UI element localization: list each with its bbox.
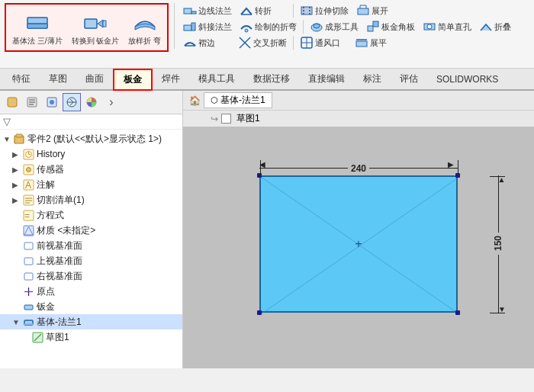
tree-sketch1-icon	[31, 330, 44, 344]
tree-right-plane[interactable]: ▶ 右视基准面	[0, 268, 182, 284]
tree-base-flange1[interactable]: ▼ 基体-法兰1	[0, 314, 182, 329]
convert-sheetmetal-icon	[82, 9, 109, 37]
toolbar-row-1: 边线法兰 转折 拉伸切除 展开	[180, 3, 529, 18]
simple-hole-label: 简单直孔	[438, 21, 471, 33]
tree-equations[interactable]: ▶ = 方程式	[0, 207, 182, 223]
simple-hole-button[interactable]: 简单直孔	[420, 19, 474, 34]
left-toolbar: ›	[0, 91, 182, 114]
tree-equations-label: 方程式	[37, 209, 64, 222]
tree-cut-list[interactable]: ▶ 切割清单(1)	[0, 192, 182, 207]
config-manager-btn[interactable]	[43, 93, 61, 111]
tree-front-plane-label: 前视基准面	[37, 239, 82, 252]
sketch-bend-label: 绘制的折弯	[255, 21, 297, 33]
dimension-manager-btn[interactable]	[63, 93, 81, 111]
tree-sensors-label: 传感器	[37, 163, 64, 176]
breadcrumb-base-flange-btn[interactable]: ⬡ 基体-法兰1	[204, 92, 272, 108]
feature-tree: ▼ 零件2 (默认<<默认>显示状态 1>) ▶ History ▶	[0, 130, 182, 368]
svg-rect-59	[24, 273, 33, 280]
tree-history-label: History	[37, 149, 65, 159]
hem-button[interactable]: 褶边	[180, 35, 233, 50]
corner-br	[455, 310, 460, 315]
width-dim-label: 240	[348, 163, 369, 174]
tick-right-top	[458, 160, 458, 175]
tree-sensors[interactable]: ▶ 传感器	[0, 162, 182, 177]
tree-sensors-icon	[21, 162, 35, 176]
tree-top-plane[interactable]: ▶ 上视基准面	[0, 253, 182, 268]
width-dim: 240	[259, 163, 458, 174]
sketch-bend-button[interactable]: 绘制的折弯	[236, 19, 300, 34]
tab-mold[interactable]: 模具工具	[189, 69, 244, 90]
tree-cut-list-label: 切割清单(1)	[37, 194, 85, 207]
main-content: › ▽ ▼ 零件2 (默认<<默认>显示状态 1>) ▶ History	[0, 91, 534, 368]
tab-solidworks[interactable]: SOLIDWORKS	[427, 71, 507, 89]
tab-sheetmetal[interactable]: 板金	[113, 69, 153, 91]
sketch-bend-icon	[240, 20, 253, 34]
extrude-cut-button[interactable]: 拉伸切除	[297, 3, 352, 18]
tree-sketch1[interactable]: ▶ 草图1	[0, 329, 182, 345]
base-flange-icon	[24, 9, 51, 37]
tree-equations-icon: =	[21, 208, 35, 222]
tab-annotation[interactable]: 标注	[354, 69, 391, 90]
plate-corner-label: 板金角板	[381, 21, 415, 33]
fold-label: 转折	[255, 5, 272, 17]
miter-flange-button[interactable]: 斜接法兰	[180, 19, 235, 34]
loft-bend-icon	[131, 9, 159, 37]
svg-rect-62	[24, 305, 33, 310]
tree-front-plane[interactable]: ▶ 前视基准面	[0, 238, 182, 253]
flatten-button[interactable]: 展平	[352, 35, 405, 50]
tree-annotation-icon: A	[21, 178, 35, 191]
vent-button[interactable]: 通风口	[297, 35, 350, 50]
svg-point-14	[245, 29, 248, 32]
tree-cut-list-icon	[21, 193, 35, 207]
svg-rect-57	[24, 243, 33, 249]
pie-chart-btn[interactable]	[82, 93, 101, 111]
tree-origin-icon	[21, 284, 35, 298]
tree-origin-label: 原点	[37, 285, 55, 298]
tick-top-right	[490, 176, 505, 177]
loft-bend-button[interactable]: 放样折 弯	[124, 6, 166, 49]
more-btn[interactable]: ›	[102, 93, 121, 111]
unfold-button[interactable]: 展开	[353, 3, 407, 18]
tick-left-top	[260, 160, 261, 175]
width-arrow-right: ▶	[448, 160, 454, 169]
tab-feature[interactable]: 特征	[3, 69, 40, 90]
tab-evaluate[interactable]: 评估	[391, 69, 427, 90]
forming-tool-button[interactable]: 成形工具	[307, 19, 362, 34]
tree-sheetmetal-feature[interactable]: ▶ 钣金	[0, 299, 182, 314]
cross-break-button[interactable]: 交叉折断	[235, 35, 290, 50]
fold2-button[interactable]: 折叠	[476, 19, 529, 34]
left-panel: › ▽ ▼ 零件2 (默认<<默认>显示状态 1>) ▶ History	[0, 91, 183, 368]
edge-flange-button[interactable]: 边线法兰	[180, 3, 235, 18]
tree-history[interactable]: ▶ History	[0, 146, 182, 162]
fold-button[interactable]: 转折	[236, 3, 290, 18]
plate-corner-button[interactable]: 板金角板	[363, 19, 418, 34]
tree-history-arrow: ▶	[12, 150, 21, 159]
canvas-sub-checkbox[interactable]	[221, 114, 231, 124]
hem-label: 褶边	[198, 37, 215, 49]
tree-origin[interactable]: ▶ 原点	[0, 284, 182, 299]
tree-material[interactable]: ▶ 材质 <未指定>	[0, 223, 182, 238]
fold2-icon	[479, 20, 493, 34]
property-manager-btn[interactable]	[23, 93, 41, 111]
sep-2	[293, 4, 294, 18]
tab-sketch[interactable]: 草图	[40, 69, 76, 90]
convert-sheetmetal-button[interactable]: 转换到 钣金片	[67, 6, 124, 49]
tab-weld[interactable]: 焊件	[153, 69, 189, 90]
svg-rect-17	[368, 26, 373, 31]
svg-rect-58	[24, 258, 33, 265]
svg-rect-64	[24, 323, 33, 325]
base-flange-label: 基体法 三/薄片	[12, 37, 63, 46]
svg-point-46	[26, 167, 31, 172]
tree-root[interactable]: ▼ 零件2 (默认<<默认>显示状态 1>)	[0, 131, 182, 146]
svg-point-35	[50, 100, 54, 104]
tree-cut-list-arrow: ▶	[12, 196, 21, 204]
tab-data-migrate[interactable]: 数据迁移	[244, 69, 299, 90]
svg-rect-18	[373, 21, 378, 27]
tree-annotation[interactable]: ▶ A 注解	[0, 177, 182, 192]
base-flange-button[interactable]: 基体法 三/薄片	[8, 6, 67, 49]
feature-manager-btn[interactable]	[3, 93, 21, 111]
tab-direct-edit[interactable]: 直接编辑	[299, 69, 354, 90]
toolbar-row-2: 斜接法兰 绘制的折弯 成形工具 板金角板	[180, 19, 529, 34]
tree-right-plane-icon	[21, 269, 35, 283]
tab-surface[interactable]: 曲面	[76, 69, 113, 90]
